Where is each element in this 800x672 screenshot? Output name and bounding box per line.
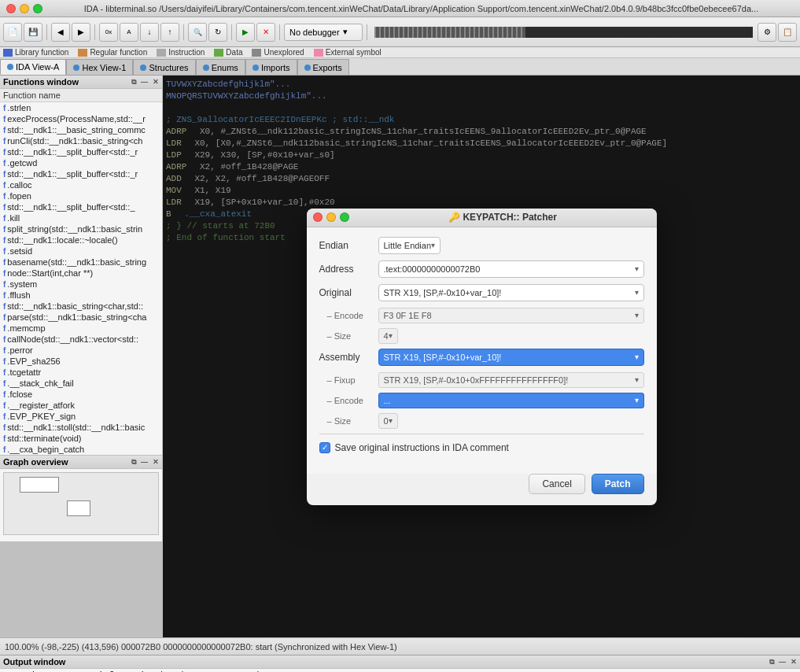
dialog-close[interactable] [313, 212, 323, 222]
tab-enums[interactable]: Enums [196, 59, 245, 75]
original-size-control: 4 ▾ [378, 328, 398, 344]
fn-item-3[interactable]: f runCli(std::__ndk1::basic_string<ch [0, 135, 162, 146]
fn-item-14[interactable]: f basename(std::__ndk1::basic_string [0, 257, 162, 268]
tb-back-button[interactable]: ◀ [51, 23, 70, 42]
minimize-button[interactable] [20, 4, 29, 13]
fn-window-close[interactable]: ✕ [153, 78, 159, 87]
fn-item-4[interactable]: f std::__ndk1::__split_buffer<std::_r [0, 146, 162, 157]
fn-item-6[interactable]: f std::__ndk1::__split_buffer<std::_r [0, 168, 162, 179]
tb-extra-btn1[interactable]: ⚙ [758, 23, 776, 42]
tb-btn3[interactable]: A [120, 23, 138, 42]
patch-button[interactable]: Patch [592, 474, 644, 494]
tab-hex-view[interactable]: Hex View-1 [66, 59, 133, 75]
fn-item-18[interactable]: f std::__ndk1::basic_string<char,std:: [0, 301, 162, 312]
save-checkbox[interactable]: ✓ [319, 442, 330, 453]
close-button[interactable] [6, 4, 16, 13]
output-close[interactable]: ✕ [791, 658, 797, 666]
ind-external-label: External symbol [326, 48, 382, 57]
dialog-title: 🔑 KEYPATCH:: Patcher [356, 212, 651, 223]
fn-item-11[interactable]: f split_string(std::__ndk1::basic_strin [0, 223, 162, 234]
graph-restore[interactable]: ⧉ [131, 458, 136, 467]
fn-icon-16: f [3, 280, 6, 289]
fn-item-22[interactable]: f .perror [0, 345, 162, 356]
ind-regular-label: Regular function [90, 48, 147, 57]
ind-unexplored: Unexplored [252, 48, 304, 57]
tb-search-button[interactable]: 🔍 [188, 23, 207, 42]
graph-node-2 [67, 500, 90, 516]
fn-item-30[interactable]: f std::terminate(void) [0, 433, 162, 444]
tab-ida-view[interactable]: IDA View-A [0, 59, 66, 75]
fn-item-26[interactable]: f .fclose [0, 389, 162, 400]
fn-item-1[interactable]: f execProcess(ProcessName,std::__r [0, 113, 162, 124]
tb-extra-btn2[interactable]: 📋 [778, 23, 797, 42]
fn-item-8[interactable]: f .fopen [0, 190, 162, 201]
tab-exports-label: Exports [313, 63, 342, 72]
asm-size-row: – Size 0 ▾ [319, 413, 644, 429]
tb-new-button[interactable]: 📄 [3, 23, 22, 42]
fn-item-5[interactable]: f .getcwd [0, 157, 162, 168]
fn-item-7[interactable]: f .calloc [0, 179, 162, 190]
dialog-minimize[interactable] [326, 212, 336, 222]
size-arrow-icon: ▾ [389, 331, 393, 340]
tb-run-button[interactable]: ▶ [236, 23, 255, 42]
original-dropdown[interactable]: STR X19, [SP,#-0x10+var_10]! ▾ [378, 284, 644, 301]
fn-item-21[interactable]: f callNode(std::__ndk1::vector<std:: [0, 334, 162, 345]
fn-item-15[interactable]: f node::Start(int,char **) [0, 268, 162, 279]
tb-forward-button[interactable]: ▶ [72, 23, 90, 42]
output-restore[interactable]: ⧉ [769, 658, 774, 666]
dialog-icon: 🔑 [448, 212, 463, 223]
graph-canvas [3, 472, 159, 535]
fn-item-31[interactable]: f .__cxa_begin_catch [0, 444, 162, 455]
fn-item-29[interactable]: f std::__ndk1::stoll(std::__ndk1::basic [0, 422, 162, 433]
fn-icon-6: f [3, 170, 6, 179]
fn-icon-24: f [3, 368, 6, 377]
fn-window-restore[interactable]: ⧉ [131, 78, 136, 87]
dialog-maximize[interactable] [340, 212, 349, 222]
fn-icon-13: f [3, 247, 6, 256]
assembly-row: Assembly STR X19, [SP,#-0x10+var_10]! ▾ [319, 349, 644, 366]
fn-item-17[interactable]: f .fflush [0, 290, 162, 301]
fn-item-25[interactable]: f .__stack_chk_fail [0, 378, 162, 389]
tb-btn5[interactable]: ↑ [160, 23, 179, 42]
fn-item-13[interactable]: f .setsid [0, 246, 162, 257]
maximize-button[interactable] [33, 4, 42, 13]
tb-hex-button[interactable]: 0x [99, 23, 118, 42]
graph-close[interactable]: ✕ [153, 458, 159, 467]
fn-item-23[interactable]: f .EVP_sha256 [0, 356, 162, 367]
tb-open-button[interactable]: 💾 [24, 23, 42, 42]
ind-library-color [3, 49, 13, 57]
original-size-row: – Size 4 ▾ [319, 328, 644, 344]
tb-refresh-button[interactable]: ↻ [208, 23, 227, 42]
fn-item-24[interactable]: f .tcgetattr [0, 367, 162, 378]
fn-item-10[interactable]: f .kill [0, 212, 162, 223]
cancel-button[interactable]: Cancel [529, 474, 584, 494]
fn-item-27[interactable]: f .__register_atfork [0, 400, 162, 411]
fn-item-12[interactable]: f std::__ndk1::locale::~locale() [0, 234, 162, 246]
tab-structures[interactable]: Structures [133, 59, 195, 75]
fn-item-9[interactable]: f std::__ndk1::__split_buffer<std::_ [0, 201, 162, 212]
assembly-dropdown[interactable]: STR X19, [SP,#-0x10+var_10]! ▾ [378, 349, 644, 366]
address-dropdown[interactable]: .text:00000000000072B0 ▾ [378, 260, 644, 278]
endian-dropdown[interactable]: Little Endian ▾ [378, 237, 441, 254]
fn-item-28[interactable]: f .EVP_PKEY_sign [0, 411, 162, 422]
tb-stop-button[interactable]: ✕ [256, 23, 275, 42]
dialog-footer: Cancel Patch [307, 474, 657, 505]
address-value: .text:00000000000072B0 [384, 264, 481, 274]
debugger-dropdown[interactable]: No debugger ▾ [284, 24, 363, 41]
dialog-titlebar: 🔑 KEYPATCH:: Patcher [307, 209, 657, 227]
fn-item-19[interactable]: f parse(std::__ndk1::basic_string<cha [0, 312, 162, 323]
tab-imports[interactable]: Imports [245, 59, 297, 75]
fn-window-minimize[interactable]: — [141, 78, 148, 87]
output-header: Output window ⧉ — ✕ [0, 655, 800, 669]
fn-icon-28: f [3, 412, 6, 421]
endian-arrow-icon: ▾ [431, 241, 435, 249]
fn-item-20[interactable]: f .memcmp [0, 323, 162, 334]
fn-item-2[interactable]: f std::__ndk1::__basic_string_commc [0, 124, 162, 135]
tab-structures-label: Structures [149, 63, 188, 72]
graph-minimize[interactable]: — [141, 458, 148, 467]
fn-item-strlen[interactable]: f .strlen [0, 102, 162, 113]
output-minimize[interactable]: — [779, 658, 786, 666]
tb-btn4[interactable]: ↓ [140, 23, 159, 42]
fn-item-16[interactable]: f .system [0, 279, 162, 290]
tab-exports[interactable]: Exports [297, 59, 349, 75]
